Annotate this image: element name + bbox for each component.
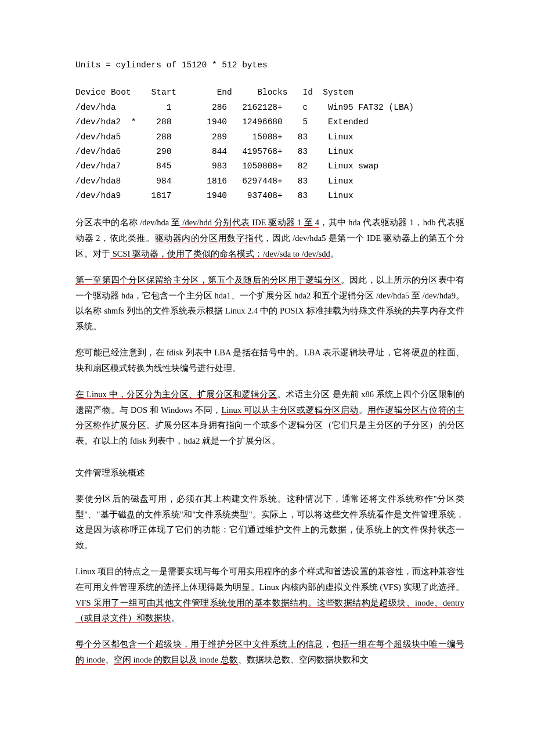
- heading-2: 文件管理系统概述: [75, 465, 464, 481]
- text: 。: [330, 249, 339, 258]
- underline-text: 每个分区都包含一个超级块，用于维护分区中文件系统上的信息: [75, 639, 323, 649]
- underline-text: /dev/hdd 分别代表 IDE 驱动器 1 至 4: [180, 218, 319, 228]
- partition-table: Device Boot Start End Blocks Id System /…: [75, 85, 464, 203]
- text: 分区表中的名称 /dev/hda 至: [75, 218, 180, 227]
- paragraph-6: Linux 项目的特点之一是需要实现与每个可用实用程序的多个样式和首选设置的兼容…: [75, 564, 464, 626]
- paragraph-4: 在 Linux 中，分区分为主分区、扩展分区和逻辑分区。术语主分区 是先前 x8…: [75, 387, 464, 449]
- underline-text: SCSI 驱动器，使用了类似的命名模式：/dev/sda to /dev/sdd: [110, 249, 330, 259]
- text: 、数据块总数、空闲数据块数和文: [238, 655, 369, 664]
- text: 。: [359, 405, 367, 415]
- underline-text: Linux 可以从主分区或逻辑分区启动: [221, 405, 358, 415]
- text: 。: [171, 613, 180, 622]
- units-line: Units = cylinders of 15120 * 512 bytes: [75, 58, 464, 73]
- text: ，: [323, 639, 332, 649]
- underline-text: 第一至第四个分区保留给主分区，第五个及随后的分区用于逻辑分区: [75, 275, 341, 285]
- paragraph-3: 您可能已经注意到，在 fdisk 列表中 LBA 是括在括号中的。LBA 表示逻…: [75, 345, 464, 376]
- underline-text: 空闲 inode 的数目以及 inode 总数: [114, 655, 238, 665]
- paragraph-2: 第一至第四个分区保留给主分区，第五个及随后的分区用于逻辑分区。因此，以上所示的分…: [75, 272, 464, 334]
- text: 、: [105, 655, 114, 664]
- paragraph-7: 每个分区都包含一个超级块，用于维护分区中文件系统上的信息，包括一组在每个超级块中…: [75, 636, 464, 668]
- underline-text: 驱动器内的分区用数字指代: [155, 233, 264, 243]
- paragraph-1: 分区表中的名称 /dev/hda 至 /dev/hdd 分别代表 IDE 驱动器…: [75, 215, 464, 261]
- underline-text: 在 Linux 中，分区分为主分区、扩展分区和逻辑分区: [75, 390, 277, 399]
- text: Linux 项目的特点之一是需要实现与每个可用实用程序的多个样式和首选设置的兼容…: [75, 567, 464, 592]
- underline-text: VFS 采用了一组可由其他文件管理系统使用的基本数据结构。这些数据结构是超级块、…: [75, 598, 464, 624]
- paragraph-5: 要使分区后的磁盘可用，必须在其上构建文件系统。这种情况下，通常还将文件系统称作"…: [75, 491, 464, 553]
